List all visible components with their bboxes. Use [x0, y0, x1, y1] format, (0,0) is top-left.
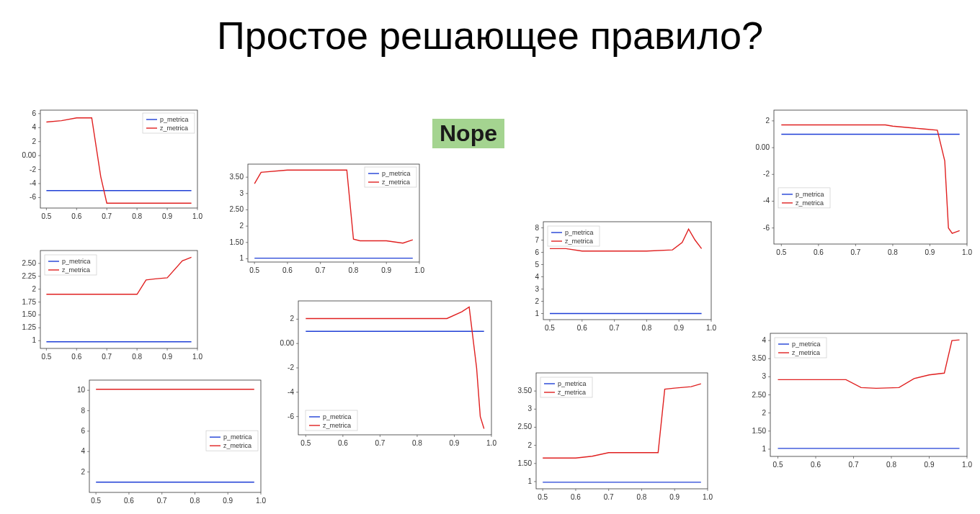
svg-text:6: 6 — [535, 248, 539, 256]
svg-text:2: 2 — [535, 297, 539, 305]
svg-text:8: 8 — [535, 224, 539, 232]
svg-text:2.50: 2.50 — [22, 259, 37, 267]
svg-text:0.9: 0.9 — [925, 461, 935, 469]
legend-z-label: z_metrica — [160, 125, 188, 132]
svg-text:0.9: 0.9 — [925, 248, 935, 256]
legend-z-label: z_metrica — [792, 349, 820, 356]
svg-text:0.8: 0.8 — [637, 493, 647, 501]
chart-c9: 11.5022.5033.5040.50.60.70.80.91.0p_metr… — [739, 328, 973, 475]
svg-text:0.9: 0.9 — [162, 212, 172, 220]
chart-c2: 11.251.501.7522.252.500.50.60.70.80.91.0… — [9, 245, 203, 367]
svg-text:0.8: 0.8 — [412, 439, 422, 447]
svg-text:-2: -2 — [288, 364, 294, 371]
svg-text:3: 3 — [239, 189, 244, 197]
svg-text:0.7: 0.7 — [102, 212, 112, 220]
svg-text:0.9: 0.9 — [223, 497, 233, 505]
svg-text:1.50: 1.50 — [752, 427, 767, 435]
chart-c8: -6-4-20.0020.50.60.70.80.91.0p_metricaz_… — [742, 104, 973, 263]
svg-text:3.50: 3.50 — [752, 354, 767, 362]
svg-text:0.5: 0.5 — [41, 212, 51, 220]
svg-text:3: 3 — [527, 405, 532, 412]
svg-text:0.6: 0.6 — [124, 497, 134, 505]
svg-text:0.8: 0.8 — [190, 497, 200, 505]
svg-text:-6: -6 — [30, 193, 36, 201]
svg-text:1.50: 1.50 — [22, 310, 37, 318]
svg-text:1: 1 — [762, 445, 766, 453]
svg-text:1.0: 1.0 — [192, 212, 202, 220]
legend-z-label: z_metrica — [382, 179, 410, 186]
svg-text:-2: -2 — [30, 166, 36, 173]
svg-text:1.50: 1.50 — [518, 459, 533, 467]
svg-text:0.5: 0.5 — [91, 497, 101, 505]
svg-text:1.0: 1.0 — [962, 248, 972, 256]
svg-text:0.5: 0.5 — [300, 439, 311, 447]
svg-text:4: 4 — [32, 123, 36, 131]
svg-text:0.00: 0.00 — [756, 143, 770, 151]
chart-c5: -6-4-20.0020.50.60.70.80.91.0p_metricaz_… — [267, 295, 497, 454]
svg-text:2: 2 — [527, 441, 532, 449]
svg-text:0.5: 0.5 — [545, 324, 555, 332]
svg-text:2: 2 — [32, 285, 36, 293]
svg-text:4: 4 — [535, 273, 539, 281]
svg-text:1.50: 1.50 — [230, 238, 244, 246]
svg-text:-4: -4 — [288, 388, 294, 396]
svg-text:1: 1 — [239, 254, 244, 262]
svg-text:2.50: 2.50 — [752, 391, 767, 399]
svg-text:2.50: 2.50 — [230, 205, 244, 213]
svg-text:1.0: 1.0 — [706, 324, 716, 332]
legend-p-label: p_metrica — [62, 258, 91, 265]
svg-text:10: 10 — [77, 386, 86, 394]
svg-text:1: 1 — [535, 310, 539, 317]
svg-text:1.0: 1.0 — [414, 266, 424, 274]
svg-text:0.7: 0.7 — [610, 324, 620, 332]
legend-z-label: z_metrica — [323, 422, 351, 429]
svg-text:2: 2 — [239, 222, 244, 230]
legend-z-label: z_metrica — [558, 389, 586, 396]
svg-text:0.00: 0.00 — [280, 339, 295, 347]
legend-z-label: z_metrica — [223, 442, 251, 449]
svg-text:3: 3 — [535, 285, 539, 293]
svg-text:2: 2 — [81, 468, 85, 476]
chart-c4: 11.5022.5033.500.50.60.70.80.91.0p_metri… — [216, 158, 425, 281]
svg-text:1: 1 — [527, 477, 532, 485]
nope-badge: Nope — [432, 119, 504, 148]
svg-text:0.5: 0.5 — [776, 248, 786, 256]
svg-text:0.00: 0.00 — [22, 151, 37, 159]
svg-text:-4: -4 — [30, 179, 36, 187]
svg-text:1.0: 1.0 — [962, 461, 972, 469]
svg-text:3: 3 — [762, 372, 766, 380]
svg-text:6: 6 — [32, 109, 36, 117]
legend-z-label: z_metrica — [62, 266, 90, 274]
svg-text:0.9: 0.9 — [450, 439, 460, 447]
svg-text:0.8: 0.8 — [349, 266, 359, 274]
svg-text:-2: -2 — [763, 170, 770, 178]
svg-text:0.6: 0.6 — [814, 248, 824, 256]
svg-text:0.6: 0.6 — [571, 493, 581, 501]
svg-text:-6: -6 — [288, 412, 294, 420]
svg-text:4: 4 — [81, 447, 85, 455]
svg-text:0.6: 0.6 — [811, 461, 821, 469]
svg-text:0.5: 0.5 — [538, 493, 548, 501]
svg-text:0.6: 0.6 — [577, 324, 587, 332]
chart-c3: 2468100.50.60.70.80.91.0p_metricaz_metri… — [58, 374, 267, 511]
legend-p-label: p_metrica — [565, 229, 594, 236]
series-z_metrica — [781, 125, 959, 234]
svg-text:1.75: 1.75 — [22, 298, 37, 306]
svg-text:2: 2 — [762, 409, 766, 417]
svg-rect-193 — [774, 110, 967, 244]
svg-text:-4: -4 — [763, 197, 770, 204]
svg-text:0.8: 0.8 — [132, 353, 142, 361]
page-title: Простое решающее правило? — [0, 13, 980, 58]
svg-text:0.7: 0.7 — [604, 493, 614, 501]
svg-text:0.9: 0.9 — [162, 353, 172, 361]
svg-text:4: 4 — [762, 336, 766, 344]
svg-text:0.7: 0.7 — [850, 248, 860, 256]
svg-text:0.7: 0.7 — [102, 353, 112, 361]
svg-text:0.7: 0.7 — [157, 497, 167, 505]
svg-text:6: 6 — [81, 427, 85, 435]
svg-text:0.8: 0.8 — [132, 212, 142, 220]
svg-text:3.50: 3.50 — [230, 173, 244, 181]
svg-text:1: 1 — [32, 336, 36, 344]
svg-text:0.5: 0.5 — [773, 461, 783, 469]
svg-text:2: 2 — [290, 315, 294, 323]
